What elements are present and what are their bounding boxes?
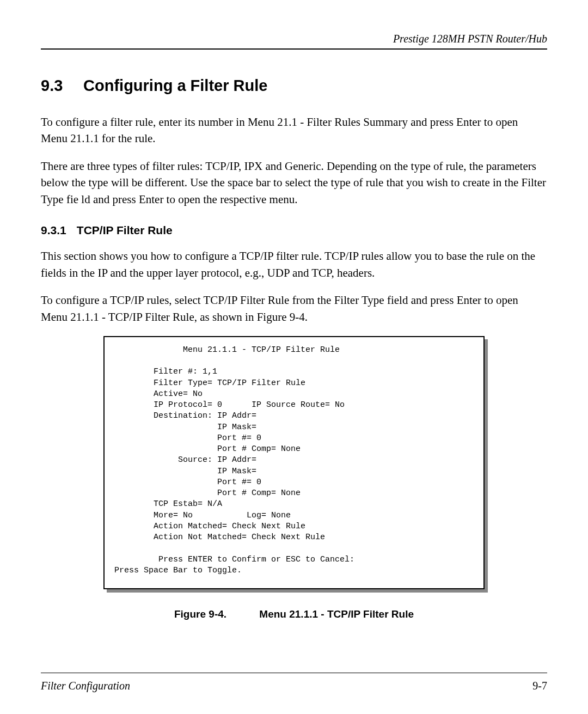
terminal-line-confirm: Press ENTER to Confirm or ESC to Cancel:: [114, 555, 354, 564]
footer-left: Filter Configuration: [41, 680, 130, 692]
figure-title: Menu 21.1.1 - TCP/IP Filter Rule: [259, 608, 414, 620]
terminal-line-tcp-estab: TCP Estab= N/A: [114, 499, 222, 509]
terminal-line-dest-port: Port #= 0: [114, 434, 261, 443]
page-footer: Filter Configuration 9-7: [41, 673, 547, 692]
paragraph-2: There are three types of filter rules: T…: [41, 158, 547, 208]
terminal-line-hint: Press Space Bar to Toggle.: [114, 566, 242, 575]
terminal-line-title: Menu 21.1.1 - TCP/IP Filter Rule: [114, 345, 340, 355]
terminal-figure: Menu 21.1.1 - TCP/IP Filter Rule Filter …: [103, 336, 485, 589]
section-number: 9.3: [41, 77, 79, 95]
section-title: Configuring a Filter Rule: [83, 77, 267, 94]
page: Prestige 128MH PSTN Router/Hub 9.3 Confi…: [0, 0, 588, 714]
running-header: Prestige 128MH PSTN Router/Hub: [41, 33, 547, 50]
terminal-line-src-addr: Source: IP Addr=: [114, 455, 256, 465]
figure-label: Figure 9-4.: [174, 608, 226, 620]
terminal-line-src-mask: IP Mask=: [114, 467, 256, 476]
terminal-line-src-comp: Port # Comp= None: [114, 489, 301, 498]
sub-paragraph-2: To configure a TCP/IP rules, select TCP/…: [41, 292, 547, 325]
footer-page-number: 9-7: [532, 680, 547, 692]
terminal-line-ip-proto: IP Protocol= 0 IP Source Route= No: [114, 400, 345, 410]
terminal-line-dest-addr: Destination: IP Addr=: [114, 411, 256, 420]
terminal-line-src-port: Port #= 0: [114, 478, 261, 487]
terminal-line-action-matched: Action Matched= Check Next Rule: [114, 522, 305, 531]
subsection-heading: 9.3.1 TCP/IP Filter Rule: [41, 224, 547, 237]
terminal-line-filter-type: Filter Type= TCP/IP Filter Rule: [114, 379, 305, 388]
terminal-line-active: Active= No: [114, 389, 203, 399]
subsection-title: TCP/IP Filter Rule: [77, 224, 173, 236]
figure-caption: Figure 9-4. Menu 21.1.1 - TCP/IP Filter …: [41, 608, 547, 620]
terminal-line-dest-comp: Port # Comp= None: [114, 444, 301, 454]
terminal-screen: Menu 21.1.1 - TCP/IP Filter Rule Filter …: [103, 336, 485, 589]
subsection-number: 9.3.1: [41, 224, 74, 237]
terminal-line-more-log: More= No Log= None: [114, 511, 291, 520]
section-heading: 9.3 Configuring a Filter Rule: [41, 77, 547, 95]
sub-paragraph-1: This section shows you how to configure …: [41, 248, 547, 281]
terminal-line-action-not-matched: Action Not Matched= Check Next Rule: [114, 533, 325, 542]
terminal-line-filter-no: Filter #: 1,1: [114, 367, 217, 376]
terminal-line-dest-mask: IP Mask=: [114, 423, 256, 432]
paragraph-1: To configure a filter rule, enter its nu…: [41, 114, 547, 147]
